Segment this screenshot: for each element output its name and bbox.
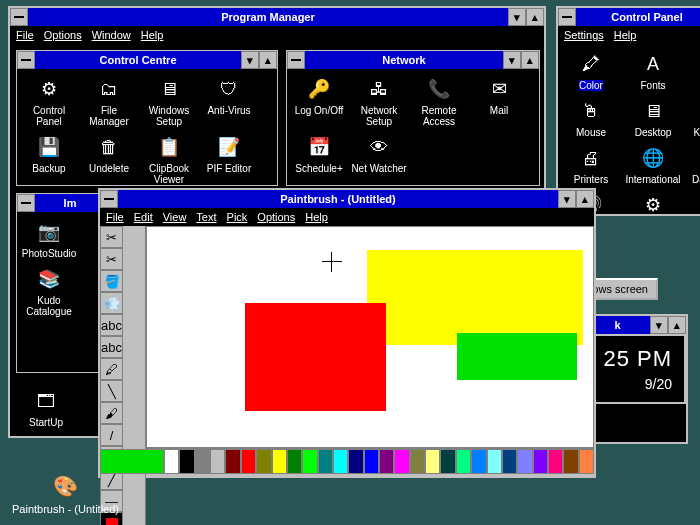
minimize-button[interactable]: ▾ [558,190,576,208]
cp-item-4[interactable]: 🖥Desktop [622,95,684,140]
color-swatch[interactable] [195,449,210,474]
cp-item-2[interactable]: ⧉Ports [684,48,700,93]
menu-window[interactable]: Window [92,29,131,41]
paintbrush-desktop-icon[interactable]: 🎨 Paintbrush - (Untitled) [12,471,119,515]
menu-file[interactable]: File [16,29,34,41]
color-swatch[interactable] [502,449,517,474]
menu-help[interactable]: Help [141,29,164,41]
net-item-1[interactable]: 🖧Network Setup [349,73,409,129]
menu-settings[interactable]: Settings [564,29,604,41]
color-swatch[interactable] [548,449,563,474]
cp-item-7[interactable]: 🌐International [622,142,684,187]
menu-help[interactable]: Help [305,211,328,223]
tool-8[interactable]: 🖌 [100,402,123,424]
canvas[interactable] [146,226,594,448]
net-titlebar[interactable]: Network ▾ ▴ [287,51,539,69]
net-item-3[interactable]: ✉Mail [469,73,529,129]
foreground-color[interactable] [101,450,163,473]
net-item-5[interactable]: 👁Net Watcher [349,131,409,176]
color-swatch[interactable] [563,449,578,474]
net-item-4[interactable]: 📅Schedule+ [289,131,349,176]
color-swatch[interactable] [241,449,256,474]
tool-5[interactable]: abc [100,336,123,358]
color-swatch[interactable] [425,449,440,474]
menu-text[interactable]: Text [196,211,216,223]
pm-titlebar[interactable]: Program Manager ▾ ▴ [10,8,544,26]
cp-item-3[interactable]: 🖱Mouse [560,95,622,140]
system-menu-icon[interactable] [287,51,305,69]
maximize-button[interactable]: ▴ [259,51,277,69]
maximize-button[interactable]: ▴ [526,8,544,26]
system-menu-icon[interactable] [17,194,35,212]
tool-7[interactable]: ╲ [100,380,123,402]
color-swatch[interactable] [256,449,271,474]
clock-titlebar[interactable]: k ▾ ▴ [585,316,686,334]
menu-options[interactable]: Options [44,29,82,41]
maximize-button[interactable]: ▴ [576,190,594,208]
startup-group-icon[interactable]: 🗔 StartUp [16,385,76,430]
cc-item-2[interactable]: 🖥Windows Setup [139,73,199,129]
cp-titlebar[interactable]: Control Panel ▾ ▴ [558,8,700,26]
cc-item-7[interactable]: 📝PIF Editor [199,131,259,187]
cc-item-1[interactable]: 🗂File Manager [79,73,139,129]
color-swatch[interactable] [364,449,379,474]
cc-item-6[interactable]: 📋ClipBook Viewer [139,131,199,187]
color-swatch[interactable] [440,449,455,474]
system-menu-icon[interactable] [17,51,35,69]
cc-item-3[interactable]: 🛡Anti-Virus [199,73,259,129]
color-swatch[interactable] [164,449,179,474]
color-swatch[interactable] [410,449,425,474]
minimize-button[interactable]: ▾ [503,51,521,69]
tool-2[interactable]: 🪣 [100,270,123,292]
color-swatch[interactable] [471,449,486,474]
color-swatch[interactable] [302,449,317,474]
color-swatch[interactable] [210,449,225,474]
tool-3[interactable]: 💨 [100,292,123,314]
color-swatch[interactable] [225,449,240,474]
minimize-button[interactable]: ▾ [241,51,259,69]
menu-edit[interactable]: Edit [134,211,153,223]
cc-item-4[interactable]: 💾Backup [19,131,79,187]
minimize-button[interactable]: ▾ [508,8,526,26]
color-swatch[interactable] [517,449,532,474]
cp-item-1[interactable]: AFonts [622,48,684,93]
color-swatch[interactable] [487,449,502,474]
net-item-2[interactable]: 📞Remote Access [409,73,469,129]
tool-1[interactable]: ✂ [100,248,123,270]
img-titlebar[interactable]: Im [17,194,105,212]
cc-titlebar[interactable]: Control Centre ▾ ▴ [17,51,277,69]
color-swatch[interactable] [348,449,363,474]
cp-item-10[interactable]: ⚙Drivers [622,189,684,216]
menu-help[interactable]: Help [614,29,637,41]
pb-titlebar[interactable]: Paintbrush - (Untitled) ▾ ▴ [100,190,594,208]
color-swatch[interactable] [379,449,394,474]
color-swatch[interactable] [287,449,302,474]
color-swatch[interactable] [179,449,194,474]
cp-item-8[interactable]: 🕒Date/Time [684,142,700,187]
system-menu-icon[interactable] [100,190,118,208]
maximize-button[interactable]: ▴ [668,316,686,334]
color-swatch[interactable] [318,449,333,474]
tool-6[interactable]: 🖊 [100,358,123,380]
system-menu-icon[interactable] [10,8,28,26]
tool-4[interactable]: abc [100,314,123,336]
cp-item-0[interactable]: 🖍Color [560,48,622,93]
menu-pick[interactable]: Pick [227,211,248,223]
color-swatch[interactable] [579,449,594,474]
img-item-0[interactable]: 📷PhotoStudio [19,216,79,261]
menu-options[interactable]: Options [257,211,295,223]
tool-0[interactable]: ✂ [100,226,123,248]
cp-item-5[interactable]: ⌨Keyboard [684,95,700,140]
color-swatch[interactable] [456,449,471,474]
img-item-1[interactable]: 📚Kudo Catalogue [19,263,79,319]
color-swatch[interactable] [272,449,287,474]
menu-view[interactable]: View [163,211,187,223]
cc-item-5[interactable]: 🗑Undelete [79,131,139,187]
color-swatch[interactable] [394,449,409,474]
cc-item-0[interactable]: ⚙Control Panel [19,73,79,129]
color-swatch[interactable] [533,449,548,474]
cp-item-6[interactable]: 🖨Printers [560,142,622,187]
menu-file[interactable]: File [106,211,124,223]
net-item-0[interactable]: 🔑Log On/Off [289,73,349,129]
system-menu-icon[interactable] [558,8,576,26]
